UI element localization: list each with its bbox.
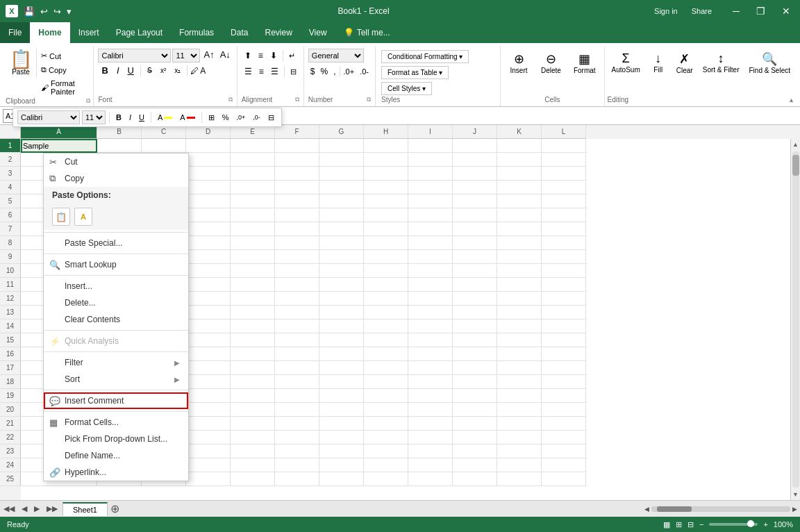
cell-row6-col7[interactable]	[364, 208, 408, 222]
cell-row7-col8[interactable]	[408, 222, 453, 236]
cell-row17-col5[interactable]	[275, 361, 319, 375]
clear-button[interactable]: ✗ Clear	[672, 49, 697, 96]
cell-row16-col11[interactable]	[542, 347, 586, 361]
cell-row5-col9[interactable]	[453, 194, 497, 208]
cell-row18-col11[interactable]	[542, 375, 586, 389]
cell-row6-col11[interactable]	[542, 208, 586, 222]
cell-row18-col10[interactable]	[497, 375, 542, 389]
vertical-scrollbar[interactable]: ▲ ▼	[790, 139, 800, 500]
cell-styles-button[interactable]: Cell Styles ▾	[381, 82, 432, 95]
cell-row25-col5[interactable]	[275, 472, 319, 486]
cell-row4-col11[interactable]	[542, 181, 586, 194]
cell-row3-col11[interactable]	[542, 167, 586, 181]
cell-row24-col9[interactable]	[453, 458, 497, 472]
h-scroll-thumb[interactable]	[657, 506, 692, 512]
cell-row17-col11[interactable]	[542, 361, 586, 375]
cell-row20-col7[interactable]	[364, 403, 408, 417]
cell-row21-col9[interactable]	[453, 417, 497, 431]
row-num-20[interactable]: 20	[0, 403, 21, 417]
cell-row2-col8[interactable]	[408, 153, 453, 167]
cell-row6-col10[interactable]	[497, 208, 542, 222]
cell-row19-col10[interactable]	[497, 389, 542, 403]
cell-row8-col11[interactable]	[542, 236, 586, 250]
cell-row11-col9[interactable]	[453, 278, 497, 292]
tab-insert[interactable]: Insert	[70, 22, 108, 43]
cell-row10-col9[interactable]	[453, 264, 497, 278]
sheet-nav-next[interactable]: ▶	[31, 504, 43, 513]
cell-row22-col3[interactable]	[186, 431, 231, 444]
cell-f1[interactable]	[275, 139, 319, 153]
cell-row14-col5[interactable]	[275, 319, 319, 333]
cell-row15-col7[interactable]	[364, 333, 408, 347]
cell-row18-col5[interactable]	[275, 375, 319, 389]
col-header-c[interactable]: C	[142, 125, 186, 139]
row-num-25[interactable]: 25	[0, 472, 21, 486]
ctx-format-cells[interactable]: ▦ Format Cells...	[44, 414, 188, 431]
cell-row22-col8[interactable]	[408, 431, 453, 444]
subscript-button[interactable]: x₂	[171, 66, 184, 75]
cell-row10-col3[interactable]	[186, 264, 231, 278]
cell-row18-col7[interactable]	[364, 375, 408, 389]
undo-button[interactable]: ↩	[39, 5, 49, 18]
format-painter-button[interactable]: 🖌Format Painter	[38, 78, 90, 97]
cell-row9-col3[interactable]	[186, 250, 231, 264]
cell-row2-col10[interactable]	[497, 153, 542, 167]
decrease-font-button[interactable]: A↓	[218, 49, 233, 63]
cell-row15-col8[interactable]	[408, 333, 453, 347]
cell-row13-col6[interactable]	[319, 306, 364, 319]
cell-j1[interactable]	[453, 139, 497, 153]
cell-row25-col7[interactable]	[364, 472, 408, 486]
delete-cells-button[interactable]: ⊖ Delete	[535, 49, 567, 96]
strikethrough-button[interactable]: S̶	[144, 65, 156, 76]
row-num-16[interactable]: 16	[0, 347, 21, 361]
cell-row21-col4[interactable]	[231, 417, 275, 431]
row-num-11[interactable]: 11	[0, 278, 21, 292]
row-num-15[interactable]: 15	[0, 333, 21, 347]
cell-row9-col11[interactable]	[542, 250, 586, 264]
row-num-1[interactable]: 1	[0, 139, 21, 153]
cell-row16-col6[interactable]	[319, 347, 364, 361]
cell-row18-col4[interactable]	[231, 375, 275, 389]
underline-button[interactable]: U	[124, 65, 138, 76]
col-header-e[interactable]: E	[231, 125, 275, 139]
cell-row12-col9[interactable]	[453, 292, 497, 306]
cell-row8-col5[interactable]	[275, 236, 319, 250]
ctx-delete[interactable]: Delete...	[44, 294, 188, 311]
cell-c1[interactable]	[142, 139, 186, 153]
cell-row13-col11[interactable]	[542, 306, 586, 319]
cell-row18-col9[interactable]	[453, 375, 497, 389]
cell-row14-col4[interactable]	[231, 319, 275, 333]
cell-l1[interactable]	[542, 139, 586, 153]
cell-row11-col3[interactable]	[186, 278, 231, 292]
cell-row7-col3[interactable]	[186, 222, 231, 236]
cell-row4-col4[interactable]	[231, 181, 275, 194]
cell-row2-col3[interactable]	[186, 153, 231, 167]
cell-row20-col3[interactable]	[186, 403, 231, 417]
cell-row19-col7[interactable]	[364, 389, 408, 403]
ctx-pick-dropdown[interactable]: Pick From Drop-down List...	[44, 431, 188, 447]
row-num-8[interactable]: 8	[0, 236, 21, 250]
col-header-a[interactable]: A	[21, 125, 97, 139]
scroll-track[interactable]	[792, 151, 799, 488]
zoom-minus-button[interactable]: −	[699, 520, 703, 529]
cell-row10-col10[interactable]	[497, 264, 542, 278]
cell-row23-col10[interactable]	[497, 444, 542, 458]
cell-row9-col7[interactable]	[364, 250, 408, 264]
cell-row20-col5[interactable]	[275, 403, 319, 417]
mini-borders-button[interactable]: ⊞	[206, 113, 217, 123]
cell-row11-col5[interactable]	[275, 278, 319, 292]
cell-row9-col5[interactable]	[275, 250, 319, 264]
cell-row8-col9[interactable]	[453, 236, 497, 250]
cell-row24-col4[interactable]	[231, 458, 275, 472]
cell-row6-col4[interactable]	[231, 208, 275, 222]
mini-highlight-button[interactable]: A	[155, 113, 175, 122]
cell-row2-col9[interactable]	[453, 153, 497, 167]
cell-row15-col3[interactable]	[186, 333, 231, 347]
cell-row22-col6[interactable]	[319, 431, 364, 444]
cell-row22-col4[interactable]	[231, 431, 275, 444]
cell-row19-col5[interactable]	[275, 389, 319, 403]
cell-row4-col8[interactable]	[408, 181, 453, 194]
cell-row10-col5[interactable]	[275, 264, 319, 278]
cell-e1[interactable]	[231, 139, 275, 153]
cell-row12-col10[interactable]	[497, 292, 542, 306]
